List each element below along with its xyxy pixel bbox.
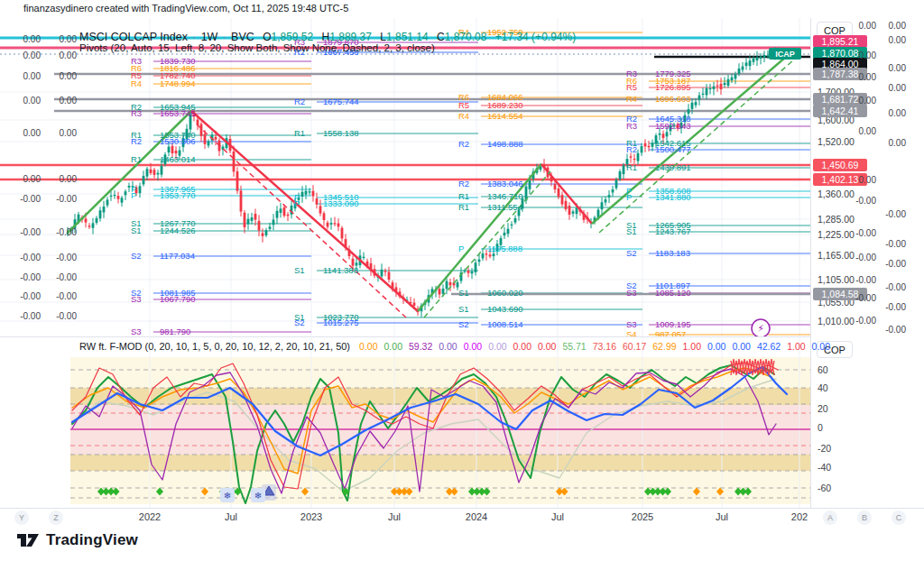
pivot-value: 1311.554 xyxy=(487,202,522,212)
indicator-value: 0.00 xyxy=(439,341,457,352)
pivot-value: 1085.120 xyxy=(655,288,691,298)
candle xyxy=(706,88,708,96)
candle xyxy=(659,133,661,135)
pivot-value: 1463.014 xyxy=(160,154,196,164)
pivot-value: 1748.994 xyxy=(160,78,196,88)
pivot-value: 1726.895 xyxy=(655,82,691,92)
candle xyxy=(623,165,625,174)
oscillator-panel-canvas[interactable]: ❄❄ xyxy=(0,336,810,508)
candle xyxy=(337,224,340,227)
tradingview-logo[interactable]: TradingView xyxy=(16,531,138,549)
candle xyxy=(529,180,531,189)
scale-zero-value: 0.00 xyxy=(0,128,77,138)
candle xyxy=(572,211,575,213)
candle xyxy=(381,270,383,277)
scale-button-z[interactable]: Z xyxy=(49,510,63,525)
pivot-value: 1530.306 xyxy=(160,136,196,146)
scale-button-b[interactable]: B xyxy=(857,510,872,525)
candle xyxy=(363,257,365,258)
pivot-value: 1015.275 xyxy=(323,317,359,327)
candle xyxy=(464,271,467,271)
scale-zero-value: 0.00 xyxy=(0,34,77,44)
pivot-value: 1689.230 xyxy=(487,100,523,110)
scale-zero-value: 0.00 xyxy=(811,175,876,185)
candle xyxy=(504,233,506,235)
candle xyxy=(273,220,275,225)
pivot-value: 1353.770 xyxy=(160,190,196,200)
pivot-value: 1500.477 xyxy=(655,144,691,154)
pivot-label: S3 xyxy=(131,326,142,336)
price-badge: 1,450.69 xyxy=(813,159,867,171)
snowflake-icon: ❄ xyxy=(254,491,262,501)
oscillator-indicator-legend[interactable]: RW ft. F-MOD (0, 20, 10, 1, 5, 0, 20, 10… xyxy=(79,341,830,352)
pivot-value: 1183.183 xyxy=(655,248,690,258)
candle xyxy=(125,191,127,195)
time-axis-label: 2023 xyxy=(300,511,322,522)
scale-zero-value: 0.00 xyxy=(811,21,906,31)
interval-label[interactable]: 1W xyxy=(201,31,218,43)
candle xyxy=(467,271,470,273)
pivot-label: S2 xyxy=(131,251,142,261)
time-axis[interactable]: Y Z 2022Jul2023Jul2024Jul2025Jul202 A B … xyxy=(0,508,924,527)
scale-button-c[interactable]: C xyxy=(892,510,906,525)
pivot-value: 1498.888 xyxy=(487,139,523,149)
scale-zero-value: 0.00 xyxy=(811,138,906,148)
candle xyxy=(702,94,705,95)
chart-area[interactable]: R31839.730R61816.486R51782.740R41748.994… xyxy=(0,18,810,508)
candle xyxy=(485,253,488,254)
pivot-value: 1195.888 xyxy=(487,244,522,253)
candle xyxy=(698,96,701,100)
candle xyxy=(316,198,319,205)
candle xyxy=(330,223,333,225)
price-axis[interactable]: COP 1,700.001,600.001,520.001,360.001,28… xyxy=(810,18,924,508)
candle xyxy=(143,176,145,184)
candle xyxy=(117,196,120,199)
tradingview-logo-icon xyxy=(16,531,40,549)
scale-zero-value: 0.00 xyxy=(811,63,906,73)
candle xyxy=(168,147,171,152)
pivot-value: 1439.891 xyxy=(655,162,691,172)
candle xyxy=(309,191,311,192)
indicator-title[interactable]: RW ft. F-MOD xyxy=(79,341,142,352)
candle xyxy=(301,192,304,197)
pivot-label: R5 xyxy=(458,100,469,110)
pivot-value: 1614.554 xyxy=(487,111,523,121)
price-chart-canvas[interactable]: R31839.730R61816.486R51782.740R41748.994… xyxy=(0,18,810,336)
candle xyxy=(637,153,640,161)
pivot-value: 1333.090 xyxy=(323,198,359,208)
candle xyxy=(511,225,513,225)
pivot-value: 1675.744 xyxy=(323,97,359,106)
time-axis-label: Jul xyxy=(716,511,728,522)
candle xyxy=(305,191,308,195)
candle xyxy=(713,87,716,89)
candle xyxy=(514,218,517,223)
scale-zero-value: 0.00 xyxy=(811,35,906,45)
indicator-value: 0.00 xyxy=(812,341,830,352)
oscillator-axis-label: 60 xyxy=(818,364,828,375)
indicator-value: 59.32 xyxy=(409,341,432,352)
candle xyxy=(619,171,622,179)
candle xyxy=(695,102,698,105)
scale-zero-value: -0.00 xyxy=(0,291,77,301)
symbol-name[interactable]: MSCI COLCAP Index xyxy=(79,31,188,43)
candle xyxy=(153,170,156,175)
scale-zero-value: 0.00 xyxy=(0,96,77,106)
pivot-label: R5 xyxy=(626,82,637,92)
candle xyxy=(478,260,481,262)
candle xyxy=(388,272,391,280)
candle xyxy=(605,199,607,202)
pivot-label: S1 xyxy=(294,265,305,275)
scale-button-a[interactable]: A xyxy=(823,510,837,525)
time-axis-label: Jul xyxy=(551,511,564,522)
candle xyxy=(200,124,203,135)
pivot-label: P xyxy=(626,192,632,202)
pivot-value: 1009.195 xyxy=(655,319,691,329)
pivot-label: R2 xyxy=(131,136,142,146)
pivot-label: R1 xyxy=(458,191,469,201)
indicator-value: 0.00 xyxy=(707,341,725,352)
scale-zero-value: 0.00 xyxy=(811,108,906,118)
candle xyxy=(691,103,694,109)
pivots-indicator-legend[interactable]: Pivots (20, Auto, 15, Left, 8, 20, Show … xyxy=(79,42,435,53)
scale-button-y[interactable]: Y xyxy=(14,510,29,525)
candle xyxy=(493,253,495,256)
